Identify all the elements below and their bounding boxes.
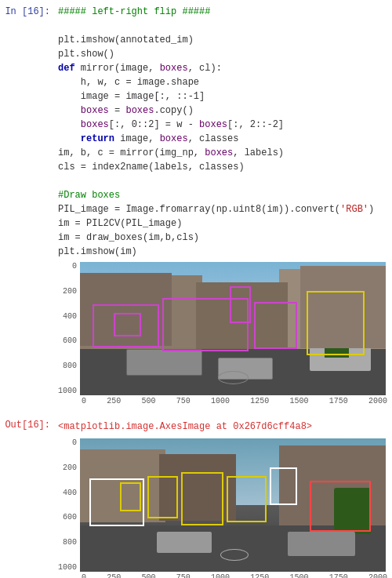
code-block: ##### left-right flip ##### plt.imshow(a…: [58, 5, 387, 259]
output-content: <matplotlib.image.AxesImage at 0x267d6cf…: [55, 413, 392, 578]
x-label-500: 500: [141, 397, 155, 405]
bbox7-img2: [120, 482, 141, 511]
y2-label-400: 400: [63, 489, 77, 497]
y2-label-0: 0: [72, 438, 77, 447]
bbox5-img2: [270, 467, 297, 505]
chart2-plot: [80, 438, 386, 572]
x2-label-250: 250: [107, 573, 121, 578]
x2-label-500: 500: [141, 573, 155, 578]
cell-label-in16: In [16]:: [0, 0, 55, 413]
bbox4-img2: [227, 476, 267, 523]
bbox5-img1: [114, 313, 141, 337]
output-text: <matplotlib.image.AxesImage at 0x267d6cf…: [58, 418, 387, 435]
x-label-250: 250: [107, 397, 121, 405]
code-line-18: plt.imshow(im): [58, 246, 137, 257]
chart1-plot: [80, 262, 386, 395]
scene-car1: [126, 349, 203, 376]
y-label-800: 800: [63, 362, 77, 370]
bbox3-img1: [254, 302, 297, 349]
scene2-car2: [157, 532, 212, 553]
code-line-11: im, b, c = mirror(img_np, boxes, labels): [58, 147, 284, 158]
bbox6-img2: [310, 481, 371, 532]
chart2-area: 0 200 400 600 800 1000: [58, 438, 387, 572]
x2-label-1000: 1000: [211, 573, 230, 578]
code-line-4: plt.show(): [58, 49, 114, 60]
code-line-12: cls = index2name(labels, classes): [58, 162, 245, 173]
chart1-x-axis: 0 250 500 750 1000 1250 1500 1750 2000: [82, 395, 387, 405]
code-line-6: h, w, c = image.shape: [58, 77, 199, 88]
code-line-3: plt.imshow(annotated_im): [58, 35, 194, 45]
x-label-1000: 1000: [211, 397, 230, 405]
code-line-9: boxes[:, 0::2] = w - boxes[:, 2::-2]: [58, 119, 284, 130]
x2-label-2000: 2000: [368, 573, 387, 578]
y-label-1000: 1000: [58, 387, 77, 395]
y-label-200: 200: [63, 287, 77, 296]
y-label-0: 0: [72, 262, 77, 271]
bbox4-img1: [307, 291, 365, 355]
input-cell-16: In [16]: ##### left-right flip ##### plt…: [0, 0, 392, 413]
code-line-8: boxes = boxes.copy(): [58, 105, 194, 116]
code-content: ##### left-right flip ##### plt.imshow(a…: [55, 0, 392, 413]
x-label-1500: 1500: [289, 397, 308, 405]
output-cell-16: Out[16]: <matplotlib.image.AxesImage at …: [0, 413, 392, 578]
code-line-5: def mirror(image, boxes, cl):: [58, 63, 222, 74]
x2-label-750: 750: [176, 573, 191, 578]
y2-label-200: 200: [63, 463, 77, 472]
y-label-400: 400: [63, 312, 77, 321]
cell-label-out16: Out[16]:: [0, 413, 55, 578]
chart1-container: 0 200 400 600 800 1000: [58, 262, 387, 405]
chart1-area: 0 200 400 600 800 1000: [58, 262, 387, 395]
code-line-15: PIL_image = Image.fromarray(np.uint8(im)…: [58, 204, 374, 215]
code-line-10: return image, boxes, classes: [58, 133, 238, 144]
bbox3-img2: [181, 472, 224, 525]
x-label-1750: 1750: [329, 397, 348, 405]
code-line-16: im = PIL2CV(PIL_image): [58, 218, 182, 229]
chart2-x-axis: 0 250 500 750 1000 1250 1500 1750 2000: [82, 572, 387, 578]
bbox2-img2: [147, 476, 178, 518]
x2-label-0: 0: [82, 573, 86, 578]
x-label-0: 0: [82, 397, 86, 405]
chart2-y-axis: 0 200 400 600 800 1000: [58, 438, 80, 572]
chart1-y-axis: 0 200 400 600 800 1000: [58, 262, 80, 395]
code-line-1: ##### left-right flip #####: [58, 6, 210, 17]
y2-label-1000: 1000: [58, 563, 77, 572]
y-label-600: 600: [63, 336, 77, 345]
code-line-7: image = image[:, ::-1]: [58, 91, 205, 102]
code-line-14: #Draw boxes: [58, 190, 120, 201]
x-label-2000: 2000: [368, 397, 387, 405]
code-line-17: im = draw_boxes(im,b,cls): [58, 232, 199, 243]
bbox6-img1: [230, 286, 251, 324]
x2-label-1750: 1750: [329, 573, 348, 578]
x-label-750: 750: [176, 397, 191, 405]
x2-label-1500: 1500: [289, 573, 308, 578]
x2-label-1250: 1250: [250, 573, 269, 578]
x-label-1250: 1250: [250, 397, 269, 405]
scene2-car1: [288, 532, 355, 556]
y2-label-800: 800: [63, 538, 77, 547]
y2-label-600: 600: [63, 513, 77, 522]
chart2-container: 0 200 400 600 800 1000: [58, 438, 387, 578]
